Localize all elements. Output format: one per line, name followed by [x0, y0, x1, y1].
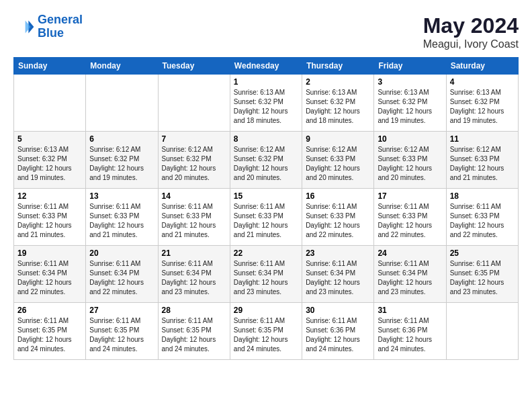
day-number: 3 [378, 77, 442, 87]
day-number: 1 [234, 77, 298, 87]
day-number: 30 [306, 306, 370, 315]
day-info: Sunrise: 6:12 AMSunset: 6:33 PMDaylight:… [306, 145, 370, 183]
day-info: Sunrise: 6:11 AMSunset: 6:33 PMDaylight:… [450, 202, 515, 240]
calendar-cell: 14Sunrise: 6:11 AMSunset: 6:33 PMDayligh… [158, 189, 230, 246]
weekday-header-wednesday: Wednesday [230, 58, 302, 75]
calendar-cell: 7Sunrise: 6:12 AMSunset: 6:32 PMDaylight… [158, 132, 230, 189]
day-info: Sunrise: 6:11 AMSunset: 6:34 PMDaylight:… [378, 259, 442, 297]
day-number: 27 [89, 306, 154, 315]
day-info: Sunrise: 6:11 AMSunset: 6:36 PMDaylight:… [306, 316, 370, 354]
day-number: 26 [17, 306, 82, 315]
day-info: Sunrise: 6:11 AMSunset: 6:35 PMDaylight:… [17, 316, 82, 354]
title-block: May 2024 Meagui, Ivory Coast [423, 13, 519, 50]
calendar-cell: 31Sunrise: 6:11 AMSunset: 6:36 PMDayligh… [374, 303, 446, 360]
weekday-header-tuesday: Tuesday [158, 58, 230, 75]
calendar-cell: 18Sunrise: 6:11 AMSunset: 6:33 PMDayligh… [446, 189, 518, 246]
day-info: Sunrise: 6:11 AMSunset: 6:35 PMDaylight:… [162, 316, 226, 354]
day-number: 5 [17, 134, 82, 144]
day-number: 29 [234, 306, 298, 315]
weekday-header-monday: Monday [86, 58, 158, 75]
day-info: Sunrise: 6:12 AMSunset: 6:32 PMDaylight:… [234, 145, 298, 183]
day-number: 6 [89, 134, 154, 144]
weekday-header-saturday: Saturday [446, 58, 518, 75]
day-number: 24 [378, 248, 442, 258]
day-number: 2 [306, 77, 370, 87]
calendar-cell: 3Sunrise: 6:13 AMSunset: 6:32 PMDaylight… [374, 75, 446, 132]
calendar-cell: 1Sunrise: 6:13 AMSunset: 6:32 PMDaylight… [230, 75, 302, 132]
calendar-cell: 29Sunrise: 6:11 AMSunset: 6:35 PMDayligh… [230, 303, 302, 360]
day-info: Sunrise: 6:11 AMSunset: 6:35 PMDaylight:… [234, 316, 298, 354]
day-info: Sunrise: 6:11 AMSunset: 6:34 PMDaylight:… [162, 259, 226, 297]
calendar-week-5: 26Sunrise: 6:11 AMSunset: 6:35 PMDayligh… [14, 303, 519, 360]
day-info: Sunrise: 6:11 AMSunset: 6:33 PMDaylight:… [162, 202, 226, 240]
calendar-cell [158, 75, 230, 132]
calendar-body: 1Sunrise: 6:13 AMSunset: 6:32 PMDaylight… [14, 75, 519, 360]
day-info: Sunrise: 6:11 AMSunset: 6:33 PMDaylight:… [378, 202, 442, 240]
day-number: 9 [306, 134, 370, 144]
calendar-cell: 16Sunrise: 6:11 AMSunset: 6:33 PMDayligh… [302, 189, 374, 246]
day-info: Sunrise: 6:12 AMSunset: 6:32 PMDaylight:… [89, 145, 154, 183]
day-info: Sunrise: 6:13 AMSunset: 6:32 PMDaylight:… [378, 88, 442, 126]
weekday-header-thursday: Thursday [302, 58, 374, 75]
logo: General Blue [13, 13, 83, 40]
calendar-cell: 20Sunrise: 6:11 AMSunset: 6:34 PMDayligh… [86, 246, 158, 303]
calendar-cell: 8Sunrise: 6:12 AMSunset: 6:32 PMDaylight… [230, 132, 302, 189]
day-number: 20 [89, 248, 154, 258]
day-info: Sunrise: 6:13 AMSunset: 6:32 PMDaylight:… [306, 88, 370, 126]
day-info: Sunrise: 6:13 AMSunset: 6:32 PMDaylight:… [234, 88, 298, 126]
day-info: Sunrise: 6:11 AMSunset: 6:33 PMDaylight:… [306, 202, 370, 240]
day-info: Sunrise: 6:12 AMSunset: 6:33 PMDaylight:… [450, 145, 515, 183]
day-number: 8 [234, 134, 298, 144]
logo-text: General Blue [38, 13, 83, 40]
calendar-table: SundayMondayTuesdayWednesdayThursdayFrid… [13, 57, 519, 360]
day-info: Sunrise: 6:12 AMSunset: 6:33 PMDaylight:… [378, 145, 442, 183]
weekday-header-friday: Friday [374, 58, 446, 75]
calendar-cell: 30Sunrise: 6:11 AMSunset: 6:36 PMDayligh… [302, 303, 374, 360]
calendar-cell: 21Sunrise: 6:11 AMSunset: 6:34 PMDayligh… [158, 246, 230, 303]
calendar-cell: 11Sunrise: 6:12 AMSunset: 6:33 PMDayligh… [446, 132, 518, 189]
calendar-week-1: 1Sunrise: 6:13 AMSunset: 6:32 PMDaylight… [14, 75, 519, 132]
calendar-cell: 27Sunrise: 6:11 AMSunset: 6:35 PMDayligh… [86, 303, 158, 360]
weekday-header-row: SundayMondayTuesdayWednesdayThursdayFrid… [14, 58, 519, 75]
calendar-cell: 15Sunrise: 6:11 AMSunset: 6:33 PMDayligh… [230, 189, 302, 246]
calendar-cell: 2Sunrise: 6:13 AMSunset: 6:32 PMDaylight… [302, 75, 374, 132]
day-info: Sunrise: 6:11 AMSunset: 6:33 PMDaylight:… [17, 202, 82, 240]
logo-icon [13, 16, 35, 38]
day-info: Sunrise: 6:11 AMSunset: 6:35 PMDaylight:… [450, 259, 515, 297]
day-number: 23 [306, 248, 370, 258]
day-number: 10 [378, 134, 442, 144]
day-number: 28 [162, 306, 226, 315]
location: Meagui, Ivory Coast [423, 38, 519, 50]
calendar-cell: 24Sunrise: 6:11 AMSunset: 6:34 PMDayligh… [374, 246, 446, 303]
weekday-header-sunday: Sunday [14, 58, 86, 75]
calendar-cell: 13Sunrise: 6:11 AMSunset: 6:33 PMDayligh… [86, 189, 158, 246]
calendar-cell: 19Sunrise: 6:11 AMSunset: 6:34 PMDayligh… [14, 246, 86, 303]
day-info: Sunrise: 6:11 AMSunset: 6:34 PMDaylight:… [17, 259, 82, 297]
day-number: 14 [162, 191, 226, 201]
calendar-cell: 9Sunrise: 6:12 AMSunset: 6:33 PMDaylight… [302, 132, 374, 189]
day-info: Sunrise: 6:11 AMSunset: 6:33 PMDaylight:… [234, 202, 298, 240]
calendar-cell: 25Sunrise: 6:11 AMSunset: 6:35 PMDayligh… [446, 246, 518, 303]
day-number: 15 [234, 191, 298, 201]
day-number: 7 [162, 134, 226, 144]
calendar-cell [14, 75, 86, 132]
day-number: 22 [234, 248, 298, 258]
calendar-cell: 5Sunrise: 6:13 AMSunset: 6:32 PMDaylight… [14, 132, 86, 189]
calendar-cell: 17Sunrise: 6:11 AMSunset: 6:33 PMDayligh… [374, 189, 446, 246]
day-number: 11 [450, 134, 515, 144]
calendar-cell: 22Sunrise: 6:11 AMSunset: 6:34 PMDayligh… [230, 246, 302, 303]
day-info: Sunrise: 6:13 AMSunset: 6:32 PMDaylight:… [450, 88, 515, 126]
calendar-cell [446, 303, 518, 360]
day-number: 25 [450, 248, 515, 258]
calendar-week-2: 5Sunrise: 6:13 AMSunset: 6:32 PMDaylight… [14, 132, 519, 189]
day-info: Sunrise: 6:11 AMSunset: 6:34 PMDaylight:… [306, 259, 370, 297]
day-info: Sunrise: 6:11 AMSunset: 6:34 PMDaylight:… [89, 259, 154, 297]
day-info: Sunrise: 6:11 AMSunset: 6:33 PMDaylight:… [89, 202, 154, 240]
calendar-week-3: 12Sunrise: 6:11 AMSunset: 6:33 PMDayligh… [14, 189, 519, 246]
day-number: 17 [378, 191, 442, 201]
calendar-cell: 23Sunrise: 6:11 AMSunset: 6:34 PMDayligh… [302, 246, 374, 303]
day-number: 4 [450, 77, 515, 87]
day-number: 31 [378, 306, 442, 315]
calendar-week-4: 19Sunrise: 6:11 AMSunset: 6:34 PMDayligh… [14, 246, 519, 303]
day-number: 19 [17, 248, 82, 258]
